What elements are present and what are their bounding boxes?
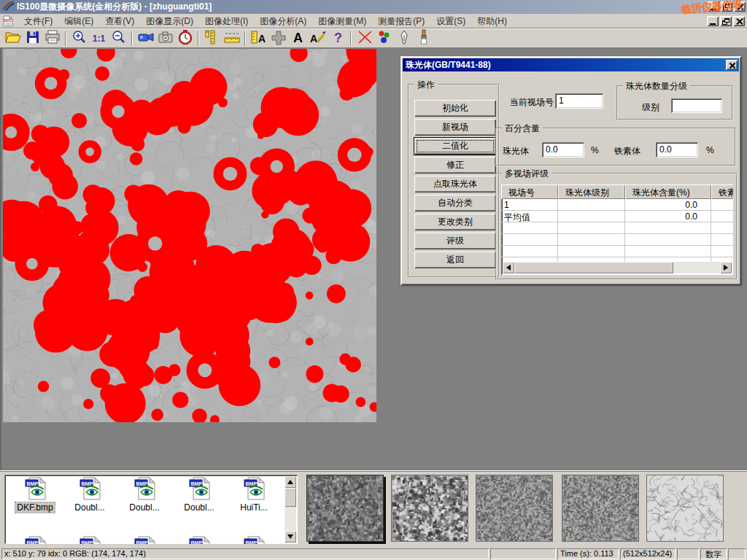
- menu-item-5[interactable]: 图像处理(I): [199, 14, 254, 29]
- scroll-down-button[interactable]: [285, 531, 296, 542]
- table-row[interactable]: [501, 246, 733, 257]
- document-icon[interactable]: DOC: [2, 15, 15, 27]
- table-hscrollbar[interactable]: [503, 262, 732, 273]
- thumbnail-4-image[interactable]: [562, 475, 639, 542]
- table-row[interactable]: 平均值0.0: [501, 211, 733, 222]
- menu-item-3[interactable]: 查看(V): [99, 14, 140, 29]
- curve-cross-button[interactable]: [355, 30, 374, 47]
- color-dots-button[interactable]: [374, 30, 394, 47]
- thumbnail-2-image[interactable]: [391, 475, 468, 542]
- mdi-minimize-button[interactable]: [707, 16, 719, 26]
- actual-size-button[interactable]: 1:1: [89, 30, 109, 47]
- menu-item-4[interactable]: 图像显示(D): [140, 14, 199, 29]
- timer-button[interactable]: [175, 30, 195, 47]
- menu-item-6[interactable]: 图像分析(A): [254, 14, 312, 29]
- scroll-right-button[interactable]: [720, 262, 732, 273]
- bmp-file-icon: BMP: [228, 477, 280, 502]
- file-item-5[interactable]: BMPHuiTi...: [228, 477, 280, 513]
- hscroll-thumb[interactable]: [514, 262, 673, 273]
- file-item-row2-4[interactable]: BMP: [173, 536, 225, 544]
- save-button[interactable]: [23, 30, 42, 47]
- camera-button[interactable]: [155, 30, 175, 47]
- merge-cross-button[interactable]: [268, 30, 288, 47]
- scroll-up-button[interactable]: [285, 476, 296, 488]
- op-button-8[interactable]: 评级: [414, 233, 496, 249]
- dialog-close-button[interactable]: [726, 60, 738, 70]
- thumbnail-4[interactable]: [562, 475, 639, 542]
- annotate-button[interactable]: A: [308, 30, 328, 47]
- title-bar[interactable]: IS100显微摄像系统(金相分析版) - [zhuguangti01]: [0, 0, 747, 14]
- zoom-in-button[interactable]: [69, 30, 89, 47]
- pen-button[interactable]: [394, 30, 414, 47]
- op-button-6[interactable]: 自动分类: [414, 195, 496, 211]
- bmp-file-icon: BMP: [173, 477, 225, 502]
- file-item-1[interactable]: BMPDKF.bmp: [9, 477, 61, 513]
- minimize-button[interactable]: [708, 1, 719, 12]
- menu-item-7[interactable]: 图像测量(M): [312, 14, 372, 29]
- op-button-4[interactable]: 修正: [414, 157, 496, 174]
- mdi-close-button[interactable]: [733, 16, 745, 26]
- file-name: Doubl...: [128, 502, 160, 513]
- op-button-2[interactable]: 新视场: [414, 119, 496, 136]
- print-button[interactable]: [42, 30, 62, 47]
- current-field-input[interactable]: 1: [555, 93, 603, 109]
- dialog-title-bar[interactable]: 珠光体(GB/T9441-88): [403, 58, 739, 71]
- text-button[interactable]: A: [288, 30, 308, 47]
- file-item-3[interactable]: BMPDoubl...: [118, 477, 171, 513]
- menu-item-9[interactable]: 设置(S): [430, 14, 471, 29]
- level-input[interactable]: [671, 98, 722, 113]
- filelist-vscrollbar[interactable]: [285, 476, 296, 542]
- vscroll-thumb[interactable]: [285, 488, 296, 507]
- grading-group: 珠光体数量分级 级别: [616, 85, 733, 120]
- help-button[interactable]: ?: [328, 30, 347, 47]
- thumbnail-3-image[interactable]: [476, 475, 553, 542]
- table-column-header-3[interactable]: 珠光体含量(%): [625, 184, 711, 199]
- menu-item-1[interactable]: 文件(F): [18, 14, 58, 29]
- file-item-row2-5[interactable]: BMP: [228, 536, 280, 544]
- menu-item-8[interactable]: 测量报告(P): [372, 14, 430, 29]
- table-row[interactable]: [501, 234, 733, 246]
- measure-text-button[interactable]: A: [249, 30, 268, 47]
- ferrite-percent-input[interactable]: 0.0: [656, 142, 698, 158]
- thumbnail-1[interactable]: [306, 475, 384, 542]
- pearlite-percent-input[interactable]: 0.0: [542, 142, 584, 158]
- file-name: DKF.bmp: [15, 502, 54, 513]
- thumbnail-2[interactable]: [391, 475, 468, 542]
- table-column-header-2[interactable]: 珠光体级别: [558, 184, 625, 199]
- table-row[interactable]: 10.0: [501, 199, 733, 211]
- menu-item-10[interactable]: 帮助(H): [471, 14, 513, 29]
- table-row[interactable]: [501, 222, 733, 234]
- file-item-4[interactable]: BMPDoubl...: [173, 477, 225, 513]
- thumbnail-5[interactable]: [646, 475, 724, 542]
- video-camera-button[interactable]: [136, 30, 155, 47]
- thumbnail-1-image[interactable]: [306, 475, 384, 542]
- caliper-button[interactable]: [202, 30, 222, 47]
- file-item-2[interactable]: BMPDoubl...: [63, 477, 116, 513]
- file-item-row2-1[interactable]: BMP: [9, 536, 61, 544]
- svg-text:BMP: BMP: [191, 540, 203, 545]
- menu-item-2[interactable]: 编辑(E): [58, 14, 99, 29]
- op-button-1[interactable]: 初始化: [414, 100, 496, 117]
- file-item-row2-2[interactable]: BMP: [63, 536, 116, 544]
- timer-icon: [177, 29, 194, 47]
- open-folder-button[interactable]: [3, 30, 23, 47]
- file-item-row2-3[interactable]: BMP: [118, 536, 171, 544]
- op-button-7[interactable]: 更改类别: [414, 214, 496, 230]
- table-column-header-4[interactable]: 铁素体: [711, 184, 733, 199]
- operation-group-label: 操作: [414, 79, 438, 91]
- op-button-3[interactable]: 二值化: [414, 138, 496, 155]
- ruler-button[interactable]: [222, 30, 241, 47]
- op-button-9[interactable]: 返回: [414, 252, 496, 268]
- op-button-5[interactable]: 点取珠光体: [414, 176, 496, 192]
- mdi-restore-button[interactable]: [720, 16, 732, 26]
- restore-button[interactable]: [721, 1, 732, 12]
- table-column-header-1[interactable]: 视场号: [501, 184, 558, 199]
- multifield-group-label: 多视场评级: [502, 168, 551, 180]
- scroll-left-button[interactable]: [503, 262, 514, 273]
- close-button[interactable]: [734, 1, 746, 12]
- thumbnail-3[interactable]: [476, 475, 553, 542]
- brush-button[interactable]: [414, 30, 433, 47]
- micrograph-image[interactable]: [3, 49, 376, 422]
- thumbnail-5-image[interactable]: [646, 475, 724, 542]
- zoom-out-button[interactable]: [109, 30, 128, 47]
